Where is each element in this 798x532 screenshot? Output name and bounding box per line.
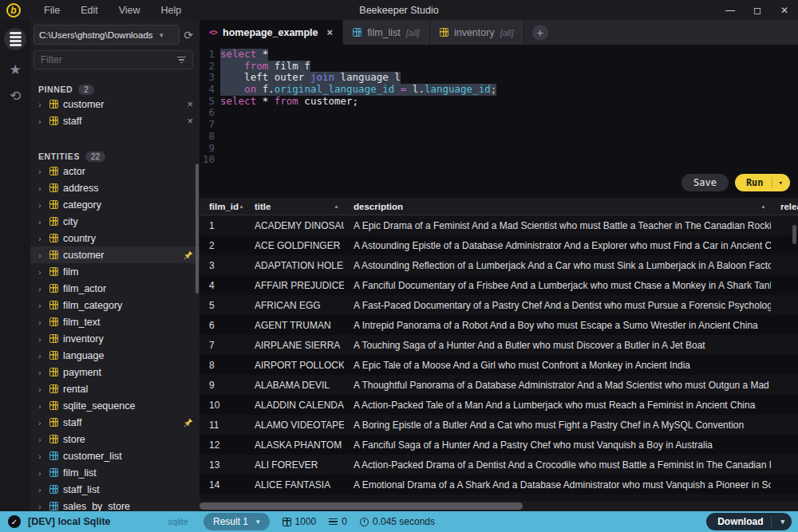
chevron-right-icon[interactable]: › <box>38 418 45 428</box>
minimize-button[interactable]: — <box>717 0 744 20</box>
chevron-right-icon[interactable]: › <box>38 334 45 344</box>
entity-item-film_list[interactable]: ›film_list <box>30 464 200 481</box>
chevron-right-icon[interactable]: › <box>38 468 45 478</box>
table-row[interactable]: 3ADAPTATION HOLESA Astounding Reflection… <box>200 255 798 275</box>
filter-input[interactable]: Filter <box>34 50 193 69</box>
entity-item-inventory[interactable]: ›inventory <box>30 330 200 347</box>
pinned-item-customer[interactable]: ›customer× <box>30 96 200 112</box>
table-row[interactable]: 15ALIEN CENTERA Brilliant Drama of a Cat… <box>200 495 798 501</box>
chevron-right-icon[interactable]: › <box>38 317 45 327</box>
chevron-right-icon[interactable]: › <box>38 100 45 109</box>
table-row[interactable]: 11ALAMO VIDEOTAPEA Boring Epistle of a B… <box>200 415 798 435</box>
tables-panel-button[interactable] <box>4 28 26 50</box>
column-header-description[interactable]: description▲ <box>344 202 771 211</box>
tab-homepage_example[interactable]: <>homepage_example× <box>200 20 343 45</box>
database-select[interactable]: C:\Users\ghstng\Downloads ▾ <box>34 25 180 45</box>
chevron-right-icon[interactable]: › <box>38 485 45 495</box>
table-row[interactable]: 5AFRICAN EGGA Fast-Paced Documentary of … <box>200 295 798 315</box>
favorites-button[interactable]: ★ <box>9 63 21 77</box>
pinned-count-badge: 2 <box>78 85 94 95</box>
pinned-item-staff[interactable]: ›staff× <box>30 112 200 129</box>
run-options-caret-icon[interactable]: ▾ <box>779 179 783 187</box>
history-button[interactable]: ⟲ <box>10 89 21 103</box>
sql-editor[interactable]: 1select *2 from film f3 left outer join … <box>200 45 798 198</box>
table-row[interactable]: 12ALASKA PHANTOMA Fanciful Saga of a Hun… <box>200 435 798 455</box>
run-button[interactable]: Run ▾ <box>735 174 790 191</box>
chevron-right-icon[interactable]: › <box>38 250 45 260</box>
tab-film_list[interactable]: film_list[all] <box>343 20 430 45</box>
results-horizontal-scrollbar[interactable] <box>200 501 798 511</box>
chevron-right-icon[interactable]: › <box>38 368 45 377</box>
table-row[interactable]: 4AFFAIR PREJUDICEA Fanciful Documentary … <box>200 275 798 295</box>
table-row[interactable]: 8AIRPORT POLLOCKA Epic Tale of a Moose A… <box>200 355 798 375</box>
refresh-button[interactable]: ⟳ <box>184 29 193 41</box>
chevron-right-icon[interactable]: › <box>38 217 45 227</box>
entity-item-sqlite_sequence[interactable]: ›sqlite_sequence <box>30 397 200 414</box>
entity-item-customer_list[interactable]: ›customer_list <box>30 447 200 464</box>
entity-item-staff[interactable]: ›staff <box>30 414 200 431</box>
close-button[interactable]: ✕ <box>771 0 798 20</box>
chevron-right-icon[interactable]: › <box>38 234 45 243</box>
entity-item-actor[interactable]: ›actor <box>30 163 200 179</box>
menu-help[interactable]: Help <box>152 2 191 18</box>
sort-asc-icon[interactable]: ▲ <box>760 203 766 209</box>
entity-item-language[interactable]: ›language <box>30 347 200 364</box>
entity-item-rental[interactable]: ›rental <box>30 380 200 397</box>
entity-item-store[interactable]: ›store <box>30 431 200 447</box>
download-options-caret-icon[interactable]: ▾ <box>780 518 784 526</box>
chevron-right-icon[interactable]: › <box>38 351 45 361</box>
column-header-release_year[interactable]: release_year <box>771 202 798 211</box>
chevron-right-icon[interactable]: › <box>38 301 45 310</box>
chevron-right-icon[interactable]: › <box>38 267 45 277</box>
entity-item-country[interactable]: ›country <box>30 230 200 246</box>
hscrollbar-thumb[interactable] <box>200 502 523 510</box>
new-tab-button[interactable]: + <box>532 25 548 41</box>
result-selector-button[interactable]: Result 1 ▾ <box>203 513 270 530</box>
table-row[interactable]: 7AIRPLANE SIERRAA Touching Saga of a Hun… <box>200 335 798 355</box>
maximize-button[interactable]: ◻ <box>744 0 771 20</box>
chevron-right-icon[interactable]: › <box>38 284 45 294</box>
unpin-close-icon[interactable]: × <box>187 115 193 127</box>
table-row[interactable]: 6AGENT TRUMANA Intrepid Panorama of a Ro… <box>200 315 798 335</box>
menu-file[interactable]: File <box>35 2 69 18</box>
entity-item-category[interactable]: ›category <box>30 196 200 213</box>
tab-inventory[interactable]: inventory[all] <box>430 20 524 45</box>
menu-view[interactable]: View <box>110 2 149 18</box>
entity-item-address[interactable]: ›address <box>30 179 200 196</box>
sort-asc-icon[interactable]: ▲ <box>334 203 339 209</box>
chevron-right-icon[interactable]: › <box>38 183 45 193</box>
entity-item-film_actor[interactable]: ›film_actor <box>30 280 200 297</box>
chevron-right-icon[interactable]: › <box>38 167 45 176</box>
entity-item-customer[interactable]: ›customer <box>30 246 200 263</box>
download-button[interactable]: Download ▾ <box>706 513 792 530</box>
chevron-right-icon[interactable]: › <box>38 435 45 444</box>
entity-item-payment[interactable]: ›payment <box>30 364 200 380</box>
entity-item-city[interactable]: ›city <box>30 213 200 230</box>
chevron-right-icon[interactable]: › <box>38 401 45 411</box>
table-row[interactable]: 9ALABAMA DEVILA Thoughtful Panorama of a… <box>200 375 798 395</box>
table-row[interactable]: 14ALICE FANTASIAA Emotional Drama of a A… <box>200 475 798 495</box>
column-header-title[interactable]: title▲ <box>245 202 344 211</box>
entity-item-film[interactable]: ›film <box>30 263 200 280</box>
chevron-right-icon[interactable]: › <box>38 384 45 394</box>
menu-edit[interactable]: Edit <box>72 2 107 18</box>
unpin-close-icon[interactable]: × <box>187 98 193 110</box>
save-button[interactable]: Save <box>681 174 729 191</box>
column-header-film_id[interactable]: film_id▲ <box>200 202 245 211</box>
entity-item-film_category[interactable]: ›film_category <box>30 297 200 313</box>
chevron-right-icon[interactable]: › <box>38 451 45 461</box>
chevron-right-icon[interactable]: › <box>38 502 45 511</box>
sidebar-scrollbar[interactable] <box>196 164 199 294</box>
entity-item-sales_by_store[interactable]: ›sales_by_store <box>30 498 200 511</box>
table-row[interactable]: 10ALADDIN CALENDARA Action-Packed Tale o… <box>200 395 798 415</box>
sort-asc-icon[interactable]: ▲ <box>239 203 244 209</box>
table-row[interactable]: 13ALI FOREVERA Action-Packed Drama of a … <box>200 455 798 475</box>
table-row[interactable]: 1ACADEMY DINOSAURA Epic Drama of a Femin… <box>200 215 798 235</box>
entity-item-staff_list[interactable]: ›staff_list <box>30 481 200 498</box>
table-row[interactable]: 2ACE GOLDFINGERA Astounding Epistle of a… <box>200 235 798 255</box>
chevron-right-icon[interactable]: › <box>38 200 45 210</box>
chevron-right-icon[interactable]: › <box>38 116 45 126</box>
entity-item-film_text[interactable]: ›film_text <box>30 313 200 330</box>
tab-close-icon[interactable]: × <box>327 26 334 38</box>
results-vertical-scrollbar[interactable] <box>792 225 796 244</box>
